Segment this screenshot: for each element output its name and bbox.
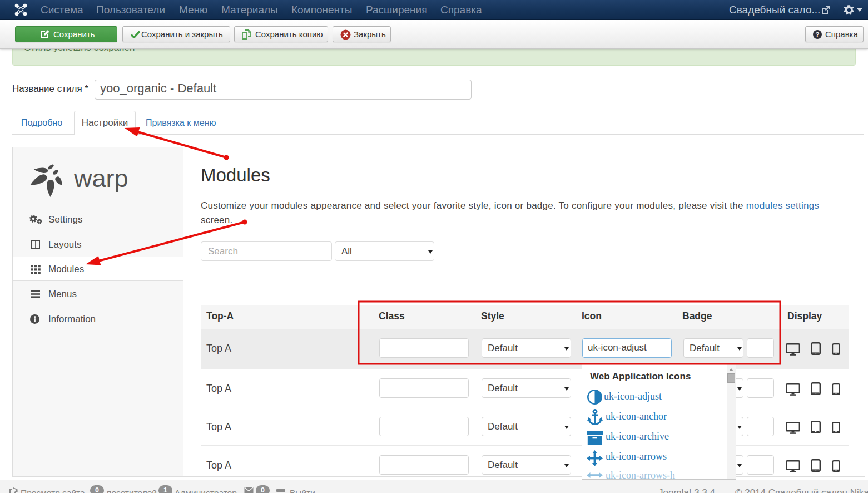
svg-text:?: ?	[815, 31, 819, 38]
